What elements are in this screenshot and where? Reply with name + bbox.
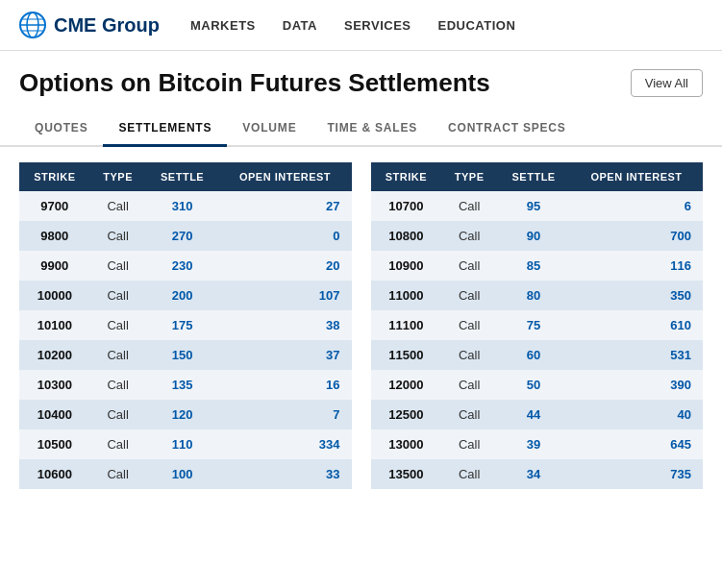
col-type-left: TYPE	[90, 162, 146, 191]
cell-settle: 200	[146, 281, 219, 310]
cell-type: Call	[441, 459, 497, 489]
table-row: 10700 Call 95 6	[371, 191, 704, 221]
cell-strike: 9800	[19, 221, 90, 251]
table-row: 9900 Call 230 20	[19, 251, 352, 281]
cell-strike: 10200	[19, 340, 90, 370]
cell-type: Call	[441, 251, 497, 281]
cell-strike: 10000	[19, 281, 90, 310]
cell-type: Call	[441, 340, 497, 370]
globe-icon	[19, 12, 46, 38]
left-table-wrap: STRIKE TYPE SETTLE OPEN INTEREST 9700 Ca…	[19, 162, 352, 489]
cell-type: Call	[90, 310, 146, 340]
table-row: 10600 Call 100 33	[19, 459, 352, 489]
navbar: CME Group MARKETS DATA SERVICES EDUCATIO…	[0, 0, 722, 51]
cell-settle: 230	[146, 251, 219, 281]
cell-settle: 60	[497, 340, 570, 370]
right-table: STRIKE TYPE SETTLE OPEN INTEREST 10700 C…	[371, 162, 704, 489]
cell-strike: 11100	[371, 310, 442, 340]
cell-type: Call	[90, 459, 146, 489]
cell-oi: 6	[570, 191, 703, 221]
cell-strike: 10600	[19, 459, 90, 489]
left-table-body: 9700 Call 310 27 9800 Call 270 0 9900 Ca…	[19, 191, 352, 489]
cell-oi: 645	[570, 429, 703, 459]
cell-oi: 20	[219, 251, 352, 281]
cell-type: Call	[90, 370, 146, 400]
cell-settle: 270	[146, 221, 219, 251]
cell-oi: 350	[570, 281, 703, 310]
cell-settle: 39	[497, 429, 570, 459]
cell-strike: 10100	[19, 310, 90, 340]
main-content: STRIKE TYPE SETTLE OPEN INTEREST 9700 Ca…	[0, 147, 722, 504]
cell-oi: 38	[219, 310, 352, 340]
tab-contract-specs[interactable]: CONTRACT SPECS	[433, 111, 582, 147]
cell-strike: 13000	[371, 429, 442, 459]
cell-type: Call	[441, 400, 497, 429]
table-row: 12500 Call 44 40	[371, 400, 704, 429]
nav-markets[interactable]: MARKETS	[190, 18, 256, 33]
cell-oi: 116	[570, 251, 703, 281]
cell-type: Call	[90, 191, 146, 221]
table-row: 9700 Call 310 27	[19, 191, 352, 221]
table-row: 10000 Call 200 107	[19, 281, 352, 310]
view-all-button[interactable]: View All	[631, 69, 703, 97]
cell-oi: 27	[219, 191, 352, 221]
left-table: STRIKE TYPE SETTLE OPEN INTEREST 9700 Ca…	[19, 162, 352, 489]
cell-strike: 12000	[371, 370, 442, 400]
nav-services[interactable]: SERVICES	[344, 18, 411, 33]
table-row: 12000 Call 50 390	[371, 370, 704, 400]
cell-strike: 13500	[371, 459, 442, 489]
cell-settle: 34	[497, 459, 570, 489]
logo[interactable]: CME Group	[19, 12, 160, 38]
cell-oi: 107	[219, 281, 352, 310]
table-row: 13500 Call 34 735	[371, 459, 704, 489]
col-strike-right: STRIKE	[371, 162, 442, 191]
tab-settlements[interactable]: SETTLEMENTS	[103, 111, 227, 147]
cell-type: Call	[441, 310, 497, 340]
cell-settle: 75	[497, 310, 570, 340]
right-table-header: STRIKE TYPE SETTLE OPEN INTEREST	[371, 162, 704, 191]
cell-strike: 10400	[19, 400, 90, 429]
cell-settle: 50	[497, 370, 570, 400]
cell-settle: 80	[497, 281, 570, 310]
cell-type: Call	[90, 400, 146, 429]
table-row: 10200 Call 150 37	[19, 340, 352, 370]
cell-strike: 10500	[19, 429, 90, 459]
cell-strike: 10300	[19, 370, 90, 400]
col-oi-right: OPEN INTEREST	[570, 162, 703, 191]
nav-links: MARKETS DATA SERVICES EDUCATION	[190, 18, 515, 33]
cell-oi: 531	[570, 340, 703, 370]
cell-type: Call	[441, 191, 497, 221]
cell-strike: 11500	[371, 340, 442, 370]
cell-settle: 85	[497, 251, 570, 281]
cell-settle: 120	[146, 400, 219, 429]
cell-type: Call	[441, 429, 497, 459]
cell-strike: 10900	[371, 251, 442, 281]
col-oi-left: OPEN INTEREST	[219, 162, 352, 191]
table-row: 11000 Call 80 350	[371, 281, 704, 310]
cell-oi: 610	[570, 310, 703, 340]
cell-strike: 12500	[371, 400, 442, 429]
cell-type: Call	[90, 221, 146, 251]
cell-type: Call	[441, 281, 497, 310]
cell-settle: 95	[497, 191, 570, 221]
cell-strike: 9900	[19, 251, 90, 281]
cell-type: Call	[441, 221, 497, 251]
table-row: 9800 Call 270 0	[19, 221, 352, 251]
tab-quotes[interactable]: QUOTES	[19, 111, 103, 147]
logo-text: CME Group	[54, 14, 160, 37]
nav-education[interactable]: EDUCATION	[437, 18, 515, 33]
table-row: 10100 Call 175 38	[19, 310, 352, 340]
cell-oi: 33	[219, 459, 352, 489]
cell-settle: 110	[146, 429, 219, 459]
cell-oi: 16	[219, 370, 352, 400]
tab-volume[interactable]: VOLUME	[227, 111, 311, 147]
cell-type: Call	[90, 340, 146, 370]
nav-data[interactable]: DATA	[283, 18, 317, 33]
page-title: Options on Bitcoin Futures Settlements	[19, 68, 490, 98]
table-row: 11500 Call 60 531	[371, 340, 704, 370]
table-row: 10400 Call 120 7	[19, 400, 352, 429]
cell-settle: 44	[497, 400, 570, 429]
cell-oi: 7	[219, 400, 352, 429]
cell-oi: 735	[570, 459, 703, 489]
tab-time-sales[interactable]: TIME & SALES	[311, 111, 433, 147]
